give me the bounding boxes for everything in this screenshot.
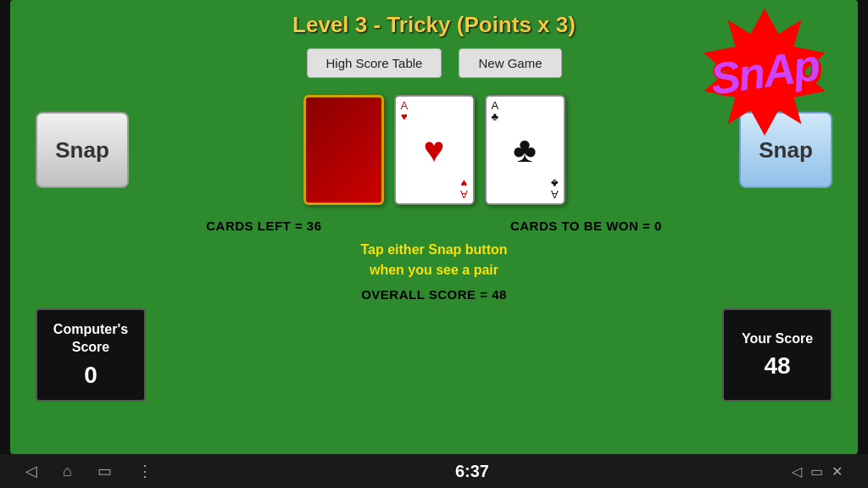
snap-button-left[interactable]: Snap — [36, 112, 129, 188]
home-icon[interactable]: ⌂ — [63, 463, 72, 480]
computer-score-title: Computer's Score — [44, 321, 137, 357]
card-rank-bottom: A♥ — [460, 178, 468, 200]
overall-score: OVERALL SCORE = 48 — [10, 287, 858, 302]
share-icon[interactable]: ◁ — [792, 463, 802, 480]
nav-left-icons: ◁ ⌂ ▭ ⋮ — [25, 462, 153, 480]
nav-right-icons: ◁ ▭ ✕ — [792, 463, 843, 480]
new-game-button[interactable]: New Game — [459, 48, 561, 78]
instruction-line1: Tap either Snap button — [10, 240, 858, 260]
game-area: Level 3 - Tricky (Points x 3) High Score… — [10, 0, 858, 454]
computer-score-value: 0 — [84, 362, 97, 389]
card-center-suit: ♥ — [424, 132, 445, 168]
menu-icon[interactable]: ⋮ — [137, 462, 153, 480]
card-center-suit-2: ♣ — [513, 132, 537, 168]
card-rank-top-2: A♣ — [492, 100, 499, 122]
your-score-box: Your Score 48 — [722, 308, 832, 402]
snap-logo: SnAp — [697, 8, 832, 136]
card-rank-bottom-2: A♣ — [551, 178, 559, 200]
card-rank-top: A♥ — [401, 100, 409, 122]
high-score-button[interactable]: High Score Table — [307, 48, 442, 78]
tap-instruction: Tap either Snap button when you see a pa… — [10, 240, 858, 280]
clock: 6:37 — [455, 462, 489, 481]
computer-score-box: Computer's Score 0 — [36, 308, 146, 402]
card-ace-clubs: A♣ ♣ A♣ — [485, 95, 565, 205]
instruction-line2: when you see a pair — [10, 260, 858, 280]
recents-icon[interactable]: ▭ — [97, 462, 112, 480]
score-boxes: Computer's Score 0 Your Score 48 — [10, 308, 858, 402]
cards-to-win-label: CARDS TO BE WON = 0 — [510, 219, 662, 233]
screen-icon[interactable]: ▭ — [810, 463, 823, 480]
back-icon[interactable]: ◁ — [25, 462, 37, 480]
android-navbar: ◁ ⌂ ▭ ⋮ 6:37 ◁ ▭ ✕ — [0, 454, 868, 488]
card-deck — [303, 95, 384, 205]
close-icon[interactable]: ✕ — [832, 463, 843, 480]
your-score-value: 48 — [764, 352, 790, 380]
cards-left-label: CARDS LEFT = 36 — [206, 219, 321, 233]
cards-area: A♥ ♥ A♥ A♣ ♣ A♣ — [303, 95, 565, 205]
cards-info-row: CARDS LEFT = 36 CARDS TO BE WON = 0 — [10, 219, 858, 233]
card-ace-hearts: A♥ ♥ A♥ — [394, 95, 475, 205]
your-score-title: Your Score — [742, 330, 813, 348]
